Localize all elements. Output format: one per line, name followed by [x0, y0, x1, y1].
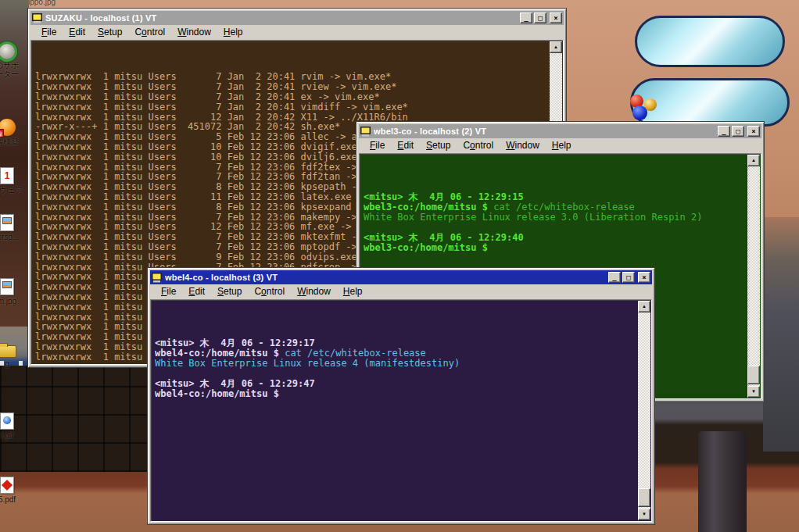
menu-item[interactable]: Window: [291, 285, 337, 298]
text-segment: White Box Enterprise Linux release 4 (ma…: [155, 358, 460, 369]
icon-label: 客様登: [0, 137, 25, 146]
terminal-line: wbel3-co:/home/mitsu $: [364, 243, 745, 253]
text-segment: wbel4-co:/home/mitsu $: [155, 388, 279, 399]
image-thumbnail: [2, 281, 12, 288]
icon-label: l.gif: [0, 431, 25, 440]
text-segment: cat /etc/whitebox-release: [285, 348, 426, 359]
desktop-icon-registration[interactable]: 録 客様登: [0, 119, 25, 146]
terminal-icon: [360, 127, 371, 137]
menu-item[interactable]: Control: [457, 139, 500, 152]
text-segment: <mitsu> 木 4月 06 - 12:29:15: [364, 191, 524, 202]
text-segment: cat /etc/whitebox-release: [493, 202, 635, 212]
folder-icon: [0, 345, 16, 358]
desktop-icon-l-gif[interactable]: l.gif: [0, 412, 25, 440]
image-file-icon: [0, 278, 14, 295]
icon-label: ーター: [0, 70, 25, 78]
icon-label: torsp...: [0, 233, 25, 241]
menu-item[interactable]: Control: [248, 285, 291, 298]
terminal-line: wbel4-co:/home/mitsu $: [155, 389, 636, 399]
text-segment: <mitsu> 木 4月 06 - 12:29:40: [364, 232, 524, 243]
terminal-line: White Box Enterprise Linux release 4 (ma…: [155, 359, 636, 369]
minimize-button[interactable]: _: [718, 126, 730, 137]
maximize-button[interactable]: □: [534, 12, 546, 23]
menu-bar: FileEditSetupControlWindowHelp: [150, 284, 652, 299]
terminal-line: White Box Enterprise Linux release 3.0 (…: [364, 212, 745, 223]
icon-label: 5.pdf: [0, 495, 25, 504]
text-segment: wbel3-co:/home/mitsu $: [364, 202, 493, 212]
terminal-screen[interactable]: <mitsu> 木 4月 06 - 12:29:17wbel4-co:/home…: [150, 299, 652, 522]
support-icon: [0, 44, 15, 59]
adobe-pdf-mark: [2, 480, 13, 491]
icon-label: ノウェア: [0, 186, 25, 195]
window-wbel4: wbel4-co - localhost (3) VT _ □ × FileEd…: [147, 267, 655, 525]
text-segment: wbel4-co:/home/mitsu $: [155, 348, 285, 359]
maximize-button[interactable]: □: [622, 272, 635, 283]
desktop-icon-torsp[interactable]: torsp...: [0, 214, 25, 241]
menu-item[interactable]: File: [155, 285, 182, 298]
pdf-file-icon: [0, 477, 14, 494]
image-thumbnail: [2, 217, 12, 224]
close-button[interactable]: ×: [550, 12, 562, 23]
maximize-button[interactable]: □: [732, 126, 744, 137]
scroll-up-icon[interactable]: ▲: [747, 155, 760, 166]
icon-label: g: [0, 359, 25, 368]
desktop-icon-m-jpg[interactable]: m.jpg: [0, 278, 25, 305]
wallpaper-blue-ball: [632, 105, 647, 120]
minimize-button[interactable]: _: [520, 12, 532, 23]
close-button[interactable]: ×: [747, 126, 760, 137]
minimize-button[interactable]: _: [608, 272, 621, 283]
menu-item[interactable]: Edit: [63, 26, 91, 39]
icon-label: のサポ: [0, 61, 25, 70]
icon-label: m.jpg: [0, 297, 25, 305]
desktop-icon-ippo-jpg[interactable]: ippo.jpg: [28, 0, 56, 6]
menu-item[interactable]: Help: [546, 139, 578, 152]
red-one-glyph: 1: [1, 168, 13, 184]
window-title: wbel3-co - localhost (2) VT: [374, 127, 715, 136]
menu-item[interactable]: File: [35, 26, 63, 39]
image-file-icon: [0, 214, 14, 231]
wallpaper-right-strip: [763, 217, 799, 452]
scroll-down-icon[interactable]: ▼: [638, 509, 650, 520]
scroll-up-icon[interactable]: ▲: [550, 41, 562, 53]
scroll-down-icon[interactable]: ▼: [747, 386, 760, 398]
orange-ball-icon: 録: [0, 119, 16, 136]
menu-item[interactable]: Edit: [391, 139, 420, 152]
menu-item[interactable]: Window: [171, 26, 217, 39]
text-segment: White Box Enterprise Linux release 3.0 (…: [364, 212, 702, 223]
menu-item[interactable]: Setup: [91, 26, 128, 39]
terminal-text: <mitsu> 木 4月 06 - 12:29:17wbel4-co:/home…: [155, 308, 636, 521]
titlebar[interactable]: wbel4-co - localhost (3) VT _ □ ×: [150, 270, 652, 284]
menu-item[interactable]: Edit: [182, 285, 211, 298]
document-icon: 1: [0, 167, 14, 184]
desktop-icon-folder[interactable]: g: [0, 345, 25, 368]
menu-item[interactable]: Setup: [211, 285, 248, 298]
desktop-icon-software[interactable]: 1 ノウェア: [0, 167, 25, 195]
image-thumbnail: [3, 416, 11, 424]
text-segment: <mitsu> 木 4月 06 - 12:29:17: [155, 337, 315, 348]
terminal-icon: [152, 273, 163, 283]
wallpaper-teal-pill-top: [635, 16, 785, 67]
menu-item[interactable]: Help: [217, 26, 249, 39]
titlebar[interactable]: SUZAKU - localhost (1) VT _ □ ×: [30, 11, 564, 25]
menu-item[interactable]: Help: [337, 285, 369, 298]
text-segment: <mitsu> 木 4月 06 - 12:29:47: [155, 378, 315, 389]
wallpaper-pillar: [698, 431, 747, 532]
window-title: wbel4-co - localhost (3) VT: [165, 273, 606, 282]
menu-bar: FileEditSetupControlWindowHelp: [30, 25, 564, 40]
menu-item[interactable]: Setup: [420, 139, 457, 152]
scrollbar[interactable]: ▲ ▼: [638, 301, 650, 520]
scrollbar[interactable]: ▲ ▼: [747, 155, 760, 398]
menu-item[interactable]: Window: [500, 139, 546, 152]
menu-item[interactable]: File: [364, 139, 391, 152]
scrollbar-thumb[interactable]: [747, 366, 760, 384]
scroll-up-icon[interactable]: ▲: [638, 301, 650, 312]
titlebar[interactable]: wbel3-co - localhost (2) VT _ □ ×: [359, 124, 761, 138]
menu-item[interactable]: Control: [128, 26, 171, 39]
menu-bar: FileEditSetupControlWindowHelp: [359, 138, 761, 153]
scrollbar-thumb[interactable]: [638, 488, 650, 507]
desktop-icon-support[interactable]: のサポ ーター: [0, 44, 25, 78]
red-badge: 録: [0, 129, 4, 137]
desktop-icon-5-pdf[interactable]: 5.pdf: [0, 477, 25, 504]
close-button[interactable]: ×: [638, 272, 650, 283]
window-title: SUZAKU - localhost (1) VT: [45, 13, 518, 23]
